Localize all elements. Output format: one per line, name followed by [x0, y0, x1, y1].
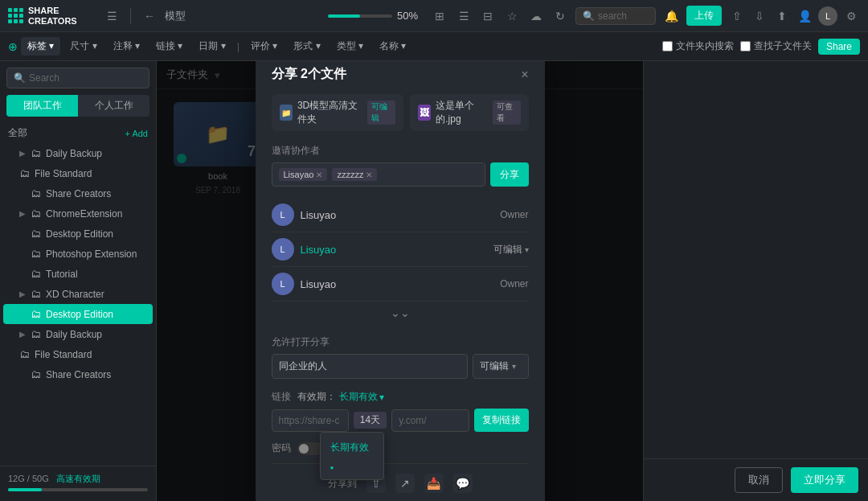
sidebar-item-file-standard-2[interactable]: 🗂 File Standard — [3, 344, 153, 364]
filter-folder-label: 文件夹内搜索 — [676, 39, 734, 53]
sec-tag-size[interactable]: 尺寸 ▾ — [63, 37, 103, 55]
share-icon-4[interactable]: 💬 — [453, 474, 473, 493]
password-toggle[interactable] — [297, 442, 323, 455]
share-icon-3[interactable]: 📥 — [424, 474, 444, 493]
tab-team-work[interactable]: 团队工作 — [6, 95, 78, 117]
search-icon: 🔍 — [583, 10, 595, 22]
sidebar-search[interactable]: 🔍 Search — [6, 68, 149, 88]
share-modal: 分享 2个文件 × 📁 3D模型高清文件夹 可编辑 🖼 这是单个的.jpg 可查… — [256, 61, 545, 501]
arrow-icon: ▶ — [19, 330, 26, 339]
sec-tag-type[interactable]: 形式 ▾ — [287, 37, 326, 55]
settings-icon[interactable]: ⚙ — [842, 7, 860, 25]
upload2-icon[interactable]: ⬆ — [773, 7, 791, 25]
folder-icon: 🗂 — [31, 308, 41, 320]
link-input[interactable]: https://share-c — [272, 409, 349, 432]
allow-company-select[interactable]: 同企业的人 — [272, 354, 468, 379]
arrow-icon: ▶ — [19, 149, 26, 158]
invite-tag-1[interactable]: Lisayao ✕ — [279, 168, 328, 181]
sidebar-item-tutorial[interactable]: 🗂 Tutorial — [3, 264, 153, 284]
sidebar-item-xd-character[interactable]: ▶ 🗂 XD Character — [3, 284, 153, 304]
upload-button[interactable]: 上传 — [686, 6, 722, 26]
user-avatar-top[interactable]: L — [818, 6, 837, 26]
sec-tag-label[interactable]: 标签 ▾ — [21, 37, 60, 55]
expire-static-label: 有效期： — [297, 390, 336, 404]
user-role-3: Owner — [500, 278, 528, 290]
invite-tag-2[interactable]: zzzzzz ✕ — [332, 168, 377, 181]
sec-tag-rating[interactable]: 评价 ▾ — [244, 37, 284, 55]
share-icon[interactable]: ⇧ — [728, 7, 746, 25]
sec-share-button[interactable]: Share — [818, 39, 860, 55]
invite-tag-2-remove[interactable]: ✕ — [366, 170, 372, 179]
folder-icon: 🗂 — [31, 228, 41, 240]
sidebar-item-photoshop[interactable]: 🗂 Photoshop Extension — [3, 244, 153, 264]
icon-list[interactable]: ☰ — [455, 7, 473, 25]
user-role-select-2[interactable]: 可编辑 ▾ — [493, 243, 529, 257]
share-now-button[interactable]: 立即分享 — [791, 467, 858, 493]
modal-close-button[interactable]: × — [521, 68, 528, 82]
sidebar-item-chrome-ext[interactable]: ▶ 🗂 ChromeExtension — [3, 203, 153, 224]
back-icon[interactable]: ← — [141, 7, 158, 25]
toggle-thumb — [299, 444, 309, 454]
icon-grid[interactable]: ⊞ — [431, 7, 448, 25]
perm-select[interactable]: 可编辑 ▾ — [473, 354, 529, 379]
expire-option-other[interactable]: ● — [321, 459, 383, 476]
icon-refresh[interactable]: ↻ — [551, 7, 569, 25]
progress-pct: 50% — [397, 10, 418, 22]
share-footer: 分享到 ⇧ ↗ 📥 💬 — [272, 463, 529, 496]
sidebar: 🔍 Search 团队工作 个人工作 全部 + Add ▶ 🗂 Daily Ba… — [0, 61, 157, 501]
sidebar-item-share-creators-1[interactable]: 🗂 Share Creators — [3, 183, 153, 203]
search-box[interactable]: 🔍 search — [575, 7, 656, 25]
user-icon[interactable]: 👤 — [796, 7, 813, 25]
pill-badge-folder: 可编辑 — [367, 101, 395, 125]
allow-label: 允许打开分享 — [272, 335, 529, 349]
sec-tag-name[interactable]: 名称 ▾ — [373, 37, 412, 55]
sidebar-item-desktop-1[interactable]: 🗂 Desktop Edition — [3, 224, 153, 244]
filter-folder-checkbox[interactable] — [662, 41, 673, 51]
nav-separator — [130, 8, 131, 24]
expire-option-permanent[interactable]: 长期有效 — [321, 436, 383, 459]
tab-personal-work[interactable]: 个人工作 — [78, 95, 149, 117]
share-icon-2[interactable]: ↗ — [395, 474, 415, 493]
link-suffix-input[interactable]: y.com/ — [391, 409, 469, 432]
link-section: 链接 有效期： 长期有效 ▾ https://share-c — [272, 390, 529, 432]
sidebar-item-desktop-active[interactable]: 🗂 Desktop Edition — [3, 304, 153, 324]
expire-value[interactable]: 长期有效 ▾ — [339, 390, 384, 404]
sidebar-search-placeholder: Search — [29, 72, 59, 84]
link-label-row: 链接 有效期： 长期有效 ▾ — [272, 390, 529, 404]
sec-tag-note[interactable]: 注释 ▾ — [107, 37, 146, 55]
secondary-nav: ⊕ 标签 ▾ 尺寸 ▾ 注释 ▾ 链接 ▾ 日期 ▾ | 评价 ▾ 形式 ▾ 类… — [0, 32, 868, 61]
copy-link-button[interactable]: 复制链接 — [474, 409, 529, 432]
sidebar-item-share-creators-2[interactable]: 🗂 Share Creators — [3, 364, 153, 384]
icon-cloud[interactable]: ☁ — [527, 7, 545, 25]
download-icon[interactable]: ⇩ — [751, 7, 768, 25]
add-folder-button[interactable]: + Add — [125, 129, 148, 138]
expand-users-button[interactable]: ⌄⌄ — [272, 302, 529, 324]
app-name: SHARECREATORS — [28, 6, 77, 25]
expire-dropdown: 长期有效 ● — [320, 432, 384, 480]
icon-bell[interactable]: 🔔 — [662, 7, 680, 25]
logo-area: SHARECREATORS — [8, 6, 96, 25]
filter-child-checkbox[interactable] — [740, 41, 751, 51]
invite-tag-1-remove[interactable]: ✕ — [316, 170, 322, 179]
sec-nav-tag-icon: ⊕ — [8, 40, 18, 53]
sidebar-item-daily-backup-1[interactable]: ▶ 🗂 Daily Backup — [3, 143, 153, 163]
sec-tag-link[interactable]: 链接 ▾ — [149, 37, 189, 55]
logo-icon — [8, 8, 23, 23]
sec-tag-date[interactable]: 日期 ▾ — [192, 37, 231, 55]
folder-icon: 🗂 — [19, 348, 30, 360]
cancel-button[interactable]: 取消 — [735, 467, 783, 493]
user-row-2: L Lisuyao 可编辑 ▾ — [272, 232, 529, 267]
sec-tag-kind[interactable]: 类型 ▾ — [330, 37, 370, 55]
invite-button[interactable]: 分享 — [490, 162, 529, 187]
sidebar-item-label: Desktop Edition — [46, 309, 113, 320]
sidebar-item-file-standard-1[interactable]: 🗂 File Standard — [3, 163, 153, 183]
folder-icon: 🗂 — [31, 147, 41, 159]
menu-icon[interactable]: ☰ — [103, 7, 121, 25]
sidebar-item-daily-backup-2[interactable]: ▶ 🗂 Daily Backup — [3, 324, 153, 344]
icon-star[interactable]: ☆ — [503, 7, 521, 25]
right-panel: 取消 立即分享 — [643, 61, 868, 501]
icon-filter[interactable]: ⊟ — [479, 7, 497, 25]
invite-section-label: 邀请协作者 — [272, 144, 529, 158]
sidebar-search-icon: 🔍 — [14, 72, 26, 84]
invite-input[interactable]: Lisayao ✕ zzzzzz ✕ — [272, 162, 485, 187]
